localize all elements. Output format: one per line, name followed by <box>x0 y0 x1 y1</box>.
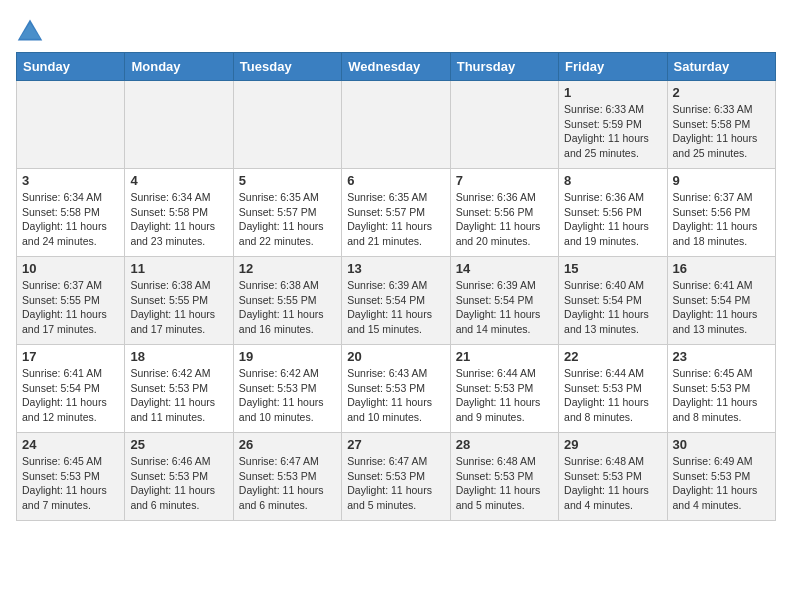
header-day-tuesday: Tuesday <box>233 53 341 81</box>
week-row-1: 1Sunrise: 6:33 AM Sunset: 5:59 PM Daylig… <box>17 81 776 169</box>
calendar-cell: 28Sunrise: 6:48 AM Sunset: 5:53 PM Dayli… <box>450 433 558 521</box>
day-info: Sunrise: 6:34 AM Sunset: 5:58 PM Dayligh… <box>22 190 119 249</box>
calendar-cell: 22Sunrise: 6:44 AM Sunset: 5:53 PM Dayli… <box>559 345 667 433</box>
calendar-cell: 7Sunrise: 6:36 AM Sunset: 5:56 PM Daylig… <box>450 169 558 257</box>
calendar-cell: 25Sunrise: 6:46 AM Sunset: 5:53 PM Dayli… <box>125 433 233 521</box>
day-number: 29 <box>564 437 661 452</box>
day-number: 20 <box>347 349 444 364</box>
day-info: Sunrise: 6:48 AM Sunset: 5:53 PM Dayligh… <box>564 454 661 513</box>
week-row-4: 17Sunrise: 6:41 AM Sunset: 5:54 PM Dayli… <box>17 345 776 433</box>
day-info: Sunrise: 6:36 AM Sunset: 5:56 PM Dayligh… <box>564 190 661 249</box>
day-number: 18 <box>130 349 227 364</box>
day-info: Sunrise: 6:40 AM Sunset: 5:54 PM Dayligh… <box>564 278 661 337</box>
calendar-cell: 24Sunrise: 6:45 AM Sunset: 5:53 PM Dayli… <box>17 433 125 521</box>
day-number: 12 <box>239 261 336 276</box>
day-number: 7 <box>456 173 553 188</box>
page-header <box>16 16 776 44</box>
day-info: Sunrise: 6:44 AM Sunset: 5:53 PM Dayligh… <box>456 366 553 425</box>
calendar-cell: 1Sunrise: 6:33 AM Sunset: 5:59 PM Daylig… <box>559 81 667 169</box>
calendar-cell: 12Sunrise: 6:38 AM Sunset: 5:55 PM Dayli… <box>233 257 341 345</box>
calendar-cell <box>450 81 558 169</box>
week-row-2: 3Sunrise: 6:34 AM Sunset: 5:58 PM Daylig… <box>17 169 776 257</box>
calendar-cell: 27Sunrise: 6:47 AM Sunset: 5:53 PM Dayli… <box>342 433 450 521</box>
day-info: Sunrise: 6:47 AM Sunset: 5:53 PM Dayligh… <box>347 454 444 513</box>
day-info: Sunrise: 6:39 AM Sunset: 5:54 PM Dayligh… <box>347 278 444 337</box>
day-info: Sunrise: 6:47 AM Sunset: 5:53 PM Dayligh… <box>239 454 336 513</box>
calendar-cell: 9Sunrise: 6:37 AM Sunset: 5:56 PM Daylig… <box>667 169 775 257</box>
day-number: 21 <box>456 349 553 364</box>
day-number: 5 <box>239 173 336 188</box>
header-day-saturday: Saturday <box>667 53 775 81</box>
calendar-cell: 20Sunrise: 6:43 AM Sunset: 5:53 PM Dayli… <box>342 345 450 433</box>
header-day-wednesday: Wednesday <box>342 53 450 81</box>
day-number: 8 <box>564 173 661 188</box>
calendar-cell <box>233 81 341 169</box>
day-number: 1 <box>564 85 661 100</box>
day-info: Sunrise: 6:48 AM Sunset: 5:53 PM Dayligh… <box>456 454 553 513</box>
logo <box>16 16 48 44</box>
calendar-cell: 3Sunrise: 6:34 AM Sunset: 5:58 PM Daylig… <box>17 169 125 257</box>
day-info: Sunrise: 6:42 AM Sunset: 5:53 PM Dayligh… <box>239 366 336 425</box>
calendar-cell: 4Sunrise: 6:34 AM Sunset: 5:58 PM Daylig… <box>125 169 233 257</box>
day-number: 26 <box>239 437 336 452</box>
calendar-cell: 11Sunrise: 6:38 AM Sunset: 5:55 PM Dayli… <box>125 257 233 345</box>
calendar-header: SundayMondayTuesdayWednesdayThursdayFrid… <box>17 53 776 81</box>
calendar-cell <box>17 81 125 169</box>
calendar-cell: 17Sunrise: 6:41 AM Sunset: 5:54 PM Dayli… <box>17 345 125 433</box>
header-day-sunday: Sunday <box>17 53 125 81</box>
day-number: 4 <box>130 173 227 188</box>
day-info: Sunrise: 6:49 AM Sunset: 5:53 PM Dayligh… <box>673 454 770 513</box>
day-number: 17 <box>22 349 119 364</box>
calendar-cell <box>342 81 450 169</box>
svg-marker-1 <box>20 23 41 39</box>
calendar-cell: 21Sunrise: 6:44 AM Sunset: 5:53 PM Dayli… <box>450 345 558 433</box>
day-number: 14 <box>456 261 553 276</box>
day-info: Sunrise: 6:42 AM Sunset: 5:53 PM Dayligh… <box>130 366 227 425</box>
day-info: Sunrise: 6:37 AM Sunset: 5:55 PM Dayligh… <box>22 278 119 337</box>
calendar-cell: 14Sunrise: 6:39 AM Sunset: 5:54 PM Dayli… <box>450 257 558 345</box>
day-number: 22 <box>564 349 661 364</box>
day-number: 28 <box>456 437 553 452</box>
calendar-cell: 5Sunrise: 6:35 AM Sunset: 5:57 PM Daylig… <box>233 169 341 257</box>
day-info: Sunrise: 6:44 AM Sunset: 5:53 PM Dayligh… <box>564 366 661 425</box>
calendar-cell: 29Sunrise: 6:48 AM Sunset: 5:53 PM Dayli… <box>559 433 667 521</box>
day-number: 25 <box>130 437 227 452</box>
day-info: Sunrise: 6:45 AM Sunset: 5:53 PM Dayligh… <box>673 366 770 425</box>
calendar-cell: 10Sunrise: 6:37 AM Sunset: 5:55 PM Dayli… <box>17 257 125 345</box>
day-number: 9 <box>673 173 770 188</box>
day-info: Sunrise: 6:46 AM Sunset: 5:53 PM Dayligh… <box>130 454 227 513</box>
day-info: Sunrise: 6:45 AM Sunset: 5:53 PM Dayligh… <box>22 454 119 513</box>
calendar-cell: 30Sunrise: 6:49 AM Sunset: 5:53 PM Dayli… <box>667 433 775 521</box>
day-number: 2 <box>673 85 770 100</box>
week-row-3: 10Sunrise: 6:37 AM Sunset: 5:55 PM Dayli… <box>17 257 776 345</box>
header-day-monday: Monday <box>125 53 233 81</box>
day-number: 16 <box>673 261 770 276</box>
day-info: Sunrise: 6:41 AM Sunset: 5:54 PM Dayligh… <box>673 278 770 337</box>
logo-icon <box>16 16 44 44</box>
day-number: 19 <box>239 349 336 364</box>
day-info: Sunrise: 6:41 AM Sunset: 5:54 PM Dayligh… <box>22 366 119 425</box>
day-number: 27 <box>347 437 444 452</box>
day-number: 10 <box>22 261 119 276</box>
calendar-table: SundayMondayTuesdayWednesdayThursdayFrid… <box>16 52 776 521</box>
header-row: SundayMondayTuesdayWednesdayThursdayFrid… <box>17 53 776 81</box>
day-info: Sunrise: 6:35 AM Sunset: 5:57 PM Dayligh… <box>239 190 336 249</box>
calendar-cell: 15Sunrise: 6:40 AM Sunset: 5:54 PM Dayli… <box>559 257 667 345</box>
day-number: 15 <box>564 261 661 276</box>
day-number: 11 <box>130 261 227 276</box>
day-info: Sunrise: 6:38 AM Sunset: 5:55 PM Dayligh… <box>130 278 227 337</box>
week-row-5: 24Sunrise: 6:45 AM Sunset: 5:53 PM Dayli… <box>17 433 776 521</box>
calendar-cell: 2Sunrise: 6:33 AM Sunset: 5:58 PM Daylig… <box>667 81 775 169</box>
day-number: 6 <box>347 173 444 188</box>
calendar-cell: 19Sunrise: 6:42 AM Sunset: 5:53 PM Dayli… <box>233 345 341 433</box>
day-info: Sunrise: 6:34 AM Sunset: 5:58 PM Dayligh… <box>130 190 227 249</box>
calendar-cell <box>125 81 233 169</box>
calendar-cell: 23Sunrise: 6:45 AM Sunset: 5:53 PM Dayli… <box>667 345 775 433</box>
calendar-body: 1Sunrise: 6:33 AM Sunset: 5:59 PM Daylig… <box>17 81 776 521</box>
day-info: Sunrise: 6:33 AM Sunset: 5:59 PM Dayligh… <box>564 102 661 161</box>
day-number: 24 <box>22 437 119 452</box>
calendar-cell: 26Sunrise: 6:47 AM Sunset: 5:53 PM Dayli… <box>233 433 341 521</box>
day-number: 3 <box>22 173 119 188</box>
calendar-cell: 13Sunrise: 6:39 AM Sunset: 5:54 PM Dayli… <box>342 257 450 345</box>
calendar-cell: 16Sunrise: 6:41 AM Sunset: 5:54 PM Dayli… <box>667 257 775 345</box>
